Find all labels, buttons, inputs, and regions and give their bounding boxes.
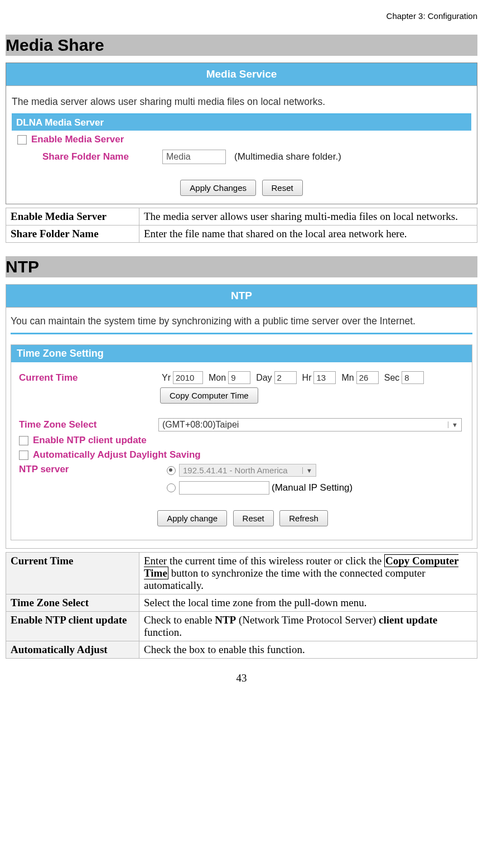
ntp-intro-text: You can maintain the system time by sync… xyxy=(11,315,472,327)
share-folder-hint: (Multimedia share folder.) xyxy=(234,151,341,162)
def-term: Automatically Adjust xyxy=(6,641,139,659)
ntp-title: NTP xyxy=(6,285,477,308)
time-zone-select[interactable]: (GMT+08:00)Taipei ▼ xyxy=(158,418,462,431)
table-row: Share Folder Name Enter the file name th… xyxy=(6,226,477,243)
chapter-header: Chapter 3: Configuration xyxy=(6,11,477,21)
time-zone-block: Time Zone Setting Current Time Yr Mon Da… xyxy=(11,344,472,540)
page-number: 43 xyxy=(6,672,477,684)
yr-label: Yr xyxy=(162,373,171,383)
def-desc: Select the local time zone from the pull… xyxy=(139,594,477,612)
enable-media-server-label: Enable Media Server xyxy=(31,134,124,145)
def-term: Current Time xyxy=(6,553,139,594)
ntp-manual-ip-input[interactable] xyxy=(179,481,269,495)
media-definitions-table: Enable Media Server The media server all… xyxy=(6,208,477,243)
table-row: Automatically Adjust Check the box to en… xyxy=(6,641,477,659)
def-term: Share Folder Name xyxy=(6,226,139,243)
ntp-definitions-table: Current Time Enter the current time of t… xyxy=(6,552,477,659)
section-heading-ntp: NTP xyxy=(6,256,477,277)
ntp-server-label: NTP server xyxy=(19,464,167,495)
table-row: Enable NTP client update Check to enable… xyxy=(6,612,477,641)
def-desc: Check the box to enable this function. xyxy=(139,641,477,659)
table-row: Time Zone Select Select the local time z… xyxy=(6,594,477,612)
ntp-panel: NTP You can maintain the system time by … xyxy=(6,284,477,549)
refresh-button[interactable]: Refresh xyxy=(279,510,328,526)
manual-ip-label: (Manual IP Setting) xyxy=(272,482,352,493)
hr-label: Hr xyxy=(302,373,312,383)
auto-dst-checkbox[interactable] xyxy=(19,450,28,460)
ntp-server-radio-manual[interactable] xyxy=(167,483,176,492)
ntp-server-radio-preset[interactable] xyxy=(167,466,176,475)
month-input[interactable] xyxy=(228,371,250,384)
divider xyxy=(11,333,472,334)
auto-dst-label: Automatically Adjust Daylight Saving xyxy=(33,449,201,461)
def-desc: Check to enable NTP (Network Time Protoc… xyxy=(139,612,477,641)
section-heading-media-share: Media Share xyxy=(6,35,477,56)
def-desc: Enter the current time of this wireless … xyxy=(139,553,477,594)
def-desc: The media server allows user sharing mul… xyxy=(139,208,477,226)
enable-ntp-checkbox[interactable] xyxy=(19,436,28,445)
def-term: Enable Media Server xyxy=(6,208,139,226)
table-row: Enable Media Server The media server all… xyxy=(6,208,477,226)
ntp-server-value: 192.5.41.41 - North America xyxy=(183,466,288,475)
hour-input[interactable] xyxy=(313,371,336,384)
sec-label: Sec xyxy=(384,373,400,383)
time-zone-value: (GMT+08:00)Taipei xyxy=(162,420,239,430)
reset-button[interactable]: Reset xyxy=(233,510,274,526)
copy-computer-time-button[interactable]: Copy Computer Time xyxy=(160,387,258,404)
day-input[interactable] xyxy=(274,371,297,384)
current-time-label: Current Time xyxy=(19,372,158,383)
dlna-subheader: DLNA Media Server xyxy=(12,115,471,131)
day-label: Day xyxy=(256,373,272,383)
second-input[interactable] xyxy=(402,371,424,384)
mon-label: Mon xyxy=(209,373,226,383)
time-zone-header: Time Zone Setting xyxy=(11,345,472,362)
def-term: Enable NTP client update xyxy=(6,612,139,641)
media-intro-text: The media server alows user sharing mult… xyxy=(12,96,471,108)
table-row: Current Time Enter the current time of t… xyxy=(6,553,477,594)
def-desc: Enter the file name that shared on the l… xyxy=(139,226,477,243)
enable-media-server-checkbox[interactable] xyxy=(17,135,27,145)
def-term: Time Zone Select xyxy=(6,594,139,612)
chevron-down-icon: ▼ xyxy=(302,467,312,474)
apply-change-button[interactable]: Apply change xyxy=(157,510,227,526)
time-zone-select-label: Time Zone Select xyxy=(19,419,158,430)
media-service-title: Media Service xyxy=(6,63,477,86)
chevron-down-icon: ▼ xyxy=(448,421,458,428)
ntp-server-select[interactable]: 192.5.41.41 - North America ▼ xyxy=(179,464,316,477)
reset-button[interactable]: Reset xyxy=(262,180,303,196)
share-folder-label: Share Folder Name xyxy=(42,151,162,162)
mn-label: Mn xyxy=(341,373,354,383)
apply-changes-button[interactable]: Apply Changes xyxy=(180,180,256,196)
share-folder-input[interactable] xyxy=(162,150,226,164)
minute-input[interactable] xyxy=(356,371,379,384)
year-input[interactable] xyxy=(173,371,203,384)
enable-ntp-label: Enable NTP client update xyxy=(33,435,147,446)
media-service-panel: Media Service The media server alows use… xyxy=(6,63,477,204)
